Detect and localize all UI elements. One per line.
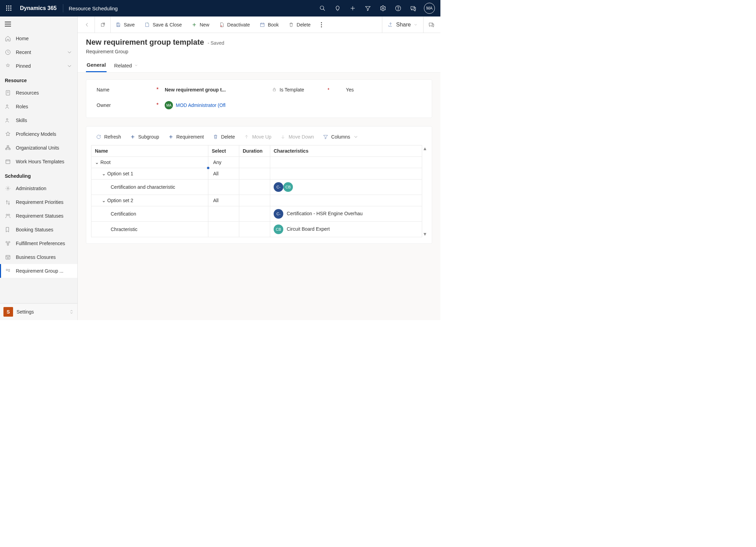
scroll-down-icon[interactable]: ▾ — [424, 231, 426, 237]
cell[interactable] — [239, 206, 270, 222]
nav-roles[interactable]: Roles — [0, 100, 77, 113]
page-title: New requirement group template — [86, 38, 204, 46]
nav-req-statuses[interactable]: Requirement Statuses — [0, 209, 77, 223]
table-row[interactable]: Certification C- Certification - HSR Eng… — [91, 206, 422, 222]
char-badge[interactable]: C- — [274, 209, 283, 219]
chevron-down-icon[interactable]: ⌄ — [102, 198, 106, 203]
cell-charac-name[interactable]: Chracteristic — [91, 222, 208, 237]
cell[interactable] — [208, 222, 239, 237]
table-row[interactable]: ⌄Option set 2 All — [91, 195, 422, 206]
settings-gear-icon[interactable] — [376, 0, 390, 17]
save-button[interactable]: Save — [111, 17, 140, 33]
char-badge[interactable]: C- — [274, 182, 283, 192]
delete-button[interactable]: Delete — [284, 17, 315, 33]
chevron-down-icon[interactable]: ⌄ — [102, 171, 106, 176]
cell[interactable] — [270, 168, 422, 179]
new-button[interactable]: New — [187, 17, 214, 33]
deactivate-button[interactable]: Deactivate — [214, 17, 255, 33]
owner-link[interactable]: MOD Administrator (Ofl — [176, 102, 226, 108]
search-icon[interactable] — [315, 0, 330, 17]
tab-related[interactable]: Related — [113, 62, 139, 72]
cell-cert-name[interactable]: Certification — [91, 206, 208, 222]
cell-certchar-char[interactable]: C- CB — [270, 179, 422, 195]
cell-opt1-name[interactable]: ⌄Option set 1 — [91, 168, 208, 179]
cell-opt2-select[interactable]: All — [208, 195, 239, 206]
nav-recent[interactable]: Recent — [0, 45, 77, 59]
popout-button[interactable] — [95, 17, 111, 33]
movedown-button[interactable]: Move Down — [277, 132, 317, 142]
cell[interactable] — [239, 222, 270, 237]
grid-header-row: Name Select Duration Characteristics — [91, 145, 422, 157]
cell-opt2-name[interactable]: ⌄Option set 2 — [91, 195, 208, 206]
more-commands-button[interactable] — [315, 17, 328, 33]
chat-icon[interactable] — [406, 0, 420, 17]
module-name[interactable]: Resource Scheduling — [65, 6, 118, 11]
nav-administration[interactable]: Administration — [0, 182, 77, 195]
name-field[interactable]: New requirement group t... — [165, 87, 240, 92]
nav-booking-statuses[interactable]: Booking Statuses — [0, 223, 77, 237]
user-avatar[interactable]: MA — [424, 3, 435, 14]
grid-scrollbar[interactable]: ▴ ▾ — [423, 145, 427, 237]
save-close-button[interactable]: Save & Close — [140, 17, 187, 33]
collapse-nav-button[interactable] — [0, 17, 77, 32]
cell[interactable] — [208, 179, 239, 195]
char-badge[interactable]: CB — [274, 225, 283, 234]
table-row[interactable]: ⌄Root Any — [91, 157, 422, 168]
col-duration[interactable]: Duration — [239, 145, 270, 157]
cell-cert-char[interactable]: C- Certification - HSR Engine Overhau — [270, 206, 422, 222]
chevron-down-icon[interactable]: ⌄ — [95, 160, 99, 165]
add-icon[interactable] — [346, 0, 360, 17]
refresh-button[interactable]: Refresh — [92, 132, 124, 142]
nav-home[interactable]: Home — [0, 32, 77, 45]
char-badge[interactable]: CB — [283, 182, 293, 192]
table-row[interactable]: ⌄Option set 1 All — [91, 168, 422, 179]
share-button[interactable]: Share — [382, 17, 423, 33]
owner-field[interactable]: MA MOD Administrator (Ofl — [165, 101, 421, 109]
app-launcher-icon[interactable] — [3, 2, 15, 14]
col-characteristics[interactable]: Characteristics — [270, 145, 422, 157]
table-row[interactable]: Chracteristic CB Circuit Board Expert — [91, 222, 422, 237]
tab-general[interactable]: General — [86, 62, 107, 72]
filter-icon[interactable] — [361, 0, 375, 17]
cell-opt1-select[interactable]: All — [208, 168, 239, 179]
nav-resources[interactable]: Resources — [0, 86, 77, 100]
requirement-button[interactable]: Requirement — [165, 132, 207, 142]
columns-button[interactable]: Columns — [319, 132, 362, 142]
cell[interactable] — [270, 195, 422, 206]
cell[interactable] — [208, 206, 239, 222]
nav-skills[interactable]: Skills — [0, 113, 77, 127]
book-button[interactable]: Book — [255, 17, 284, 33]
nav-fulfillment[interactable]: Fulfillment Preferences — [0, 237, 77, 250]
col-name[interactable]: Name — [91, 145, 208, 157]
moveup-button[interactable]: Move Up — [240, 132, 275, 142]
nav-proficiency[interactable]: Proficiency Models — [0, 127, 77, 141]
back-button[interactable] — [79, 17, 95, 33]
help-icon[interactable] — [391, 0, 405, 17]
assistant-icon[interactable] — [423, 17, 439, 33]
nav-pinned[interactable]: Pinned — [0, 59, 77, 73]
cell-certchar-name[interactable]: Certification and characteristic — [91, 179, 208, 195]
svg-rect-46 — [117, 25, 119, 26]
cell[interactable] — [239, 195, 270, 206]
grid-delete-button[interactable]: Delete — [209, 132, 238, 142]
cell[interactable] — [239, 179, 270, 195]
scroll-up-icon[interactable]: ▴ — [424, 145, 426, 152]
nav-org-units[interactable]: Organizational Units — [0, 141, 77, 155]
nav-req-priorities[interactable]: Requirement Priorities — [0, 195, 77, 209]
nav-work-hours[interactable]: Work Hours Templates — [0, 155, 77, 168]
cell[interactable] — [270, 157, 422, 168]
cell-root-select[interactable]: Any — [208, 157, 239, 168]
table-row[interactable]: Certification and characteristic C- CB — [91, 179, 422, 195]
brand-name[interactable]: Dynamics 365 — [15, 5, 62, 11]
cell[interactable] — [239, 157, 270, 168]
cell-charac-char[interactable]: CB Circuit Board Expert — [270, 222, 422, 237]
nav-business-closures[interactable]: Business Closures — [0, 250, 77, 264]
cell-root-name[interactable]: ⌄Root — [91, 157, 208, 168]
istemplate-value[interactable]: Yes — [346, 87, 354, 92]
app-switcher[interactable]: S Settings — [0, 304, 77, 320]
col-select[interactable]: Select — [208, 145, 239, 157]
subgroup-button[interactable]: Subgroup — [127, 132, 163, 142]
cell[interactable] — [239, 168, 270, 179]
nav-requirement-group[interactable]: Requirement Group ... — [0, 264, 77, 278]
lightbulb-icon[interactable] — [330, 0, 345, 17]
